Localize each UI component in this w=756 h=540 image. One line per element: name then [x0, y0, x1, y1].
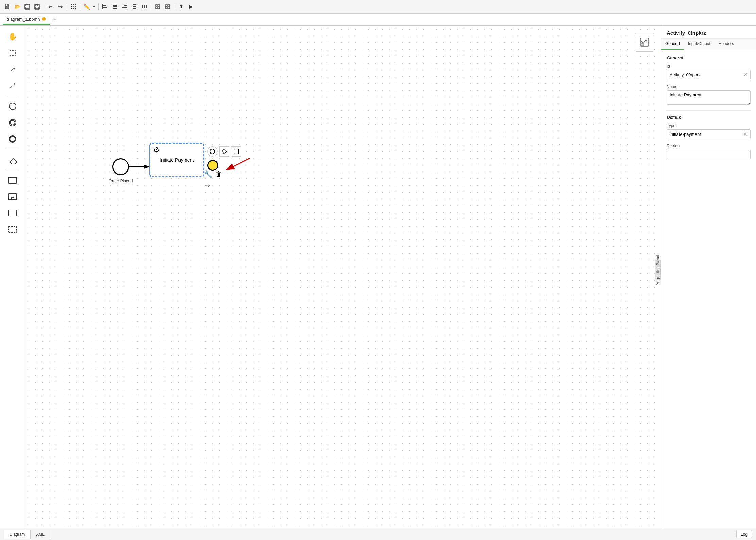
svg-rect-51 — [641, 43, 644, 46]
svg-rect-34 — [168, 7, 170, 9]
retries-input[interactable] — [670, 152, 748, 157]
log-btn[interactable]: Log — [736, 530, 752, 538]
gateway-btn[interactable] — [5, 152, 20, 167]
task-service-icon: ⚙ — [153, 146, 160, 155]
new-doc-btn[interactable] — [3, 2, 12, 12]
props-title: Activity_0fnpkrz — [661, 26, 756, 39]
diagram-tab[interactable]: diagram_1.bpmn — [3, 15, 50, 25]
diagram-bottom-tab[interactable]: Diagram — [4, 530, 31, 539]
redo-btn[interactable]: ↪ — [55, 2, 65, 12]
retries-label: Retries — [667, 144, 751, 148]
ctx-yellow-circle-btn[interactable] — [207, 160, 218, 171]
ctx-rect-btn[interactable] — [231, 146, 241, 157]
left-sep1 — [6, 96, 19, 96]
group-btn[interactable] — [153, 2, 162, 12]
svg-rect-16 — [115, 4, 115, 10]
svg-rect-19 — [127, 4, 127, 9]
action-tools: ⬆ ▶ — [176, 2, 195, 12]
svg-rect-22 — [133, 8, 136, 9]
circle-event-double-btn[interactable] — [5, 115, 20, 130]
svg-rect-25 — [144, 5, 145, 8]
tabbar: diagram_1.bpmn + — [0, 14, 756, 26]
minimap-btn[interactable] — [635, 33, 654, 52]
props-sep1 — [667, 110, 751, 111]
svg-rect-26 — [146, 5, 147, 8]
canvas-background — [25, 26, 661, 528]
type-input[interactable] — [670, 132, 743, 137]
svg-rect-0 — [5, 4, 9, 9]
sub-process-btn[interactable] — [5, 189, 20, 204]
id-clear-btn[interactable]: ✕ — [743, 72, 748, 77]
ctx-diamond-btn[interactable] — [219, 146, 229, 157]
start-event[interactable] — [112, 158, 129, 175]
svg-rect-46 — [11, 198, 14, 199]
undo-btn[interactable]: ↩ — [46, 2, 55, 12]
ctx-wrench-btn[interactable]: 🔧 — [204, 170, 212, 178]
svg-rect-8 — [35, 7, 39, 9]
props-tab-general[interactable]: General — [661, 39, 684, 50]
start-event-label: Order Placed — [105, 179, 136, 183]
props-tab-headers[interactable]: Headers — [715, 39, 738, 50]
circle-event-bold-btn[interactable] — [5, 131, 20, 146]
task-btn[interactable] — [5, 173, 20, 188]
align-right-btn[interactable] — [120, 2, 130, 12]
svg-rect-20 — [133, 4, 136, 5]
ctx-trash-btn[interactable]: 🗑 — [215, 170, 222, 178]
svg-rect-33 — [166, 7, 167, 9]
task-initiate-payment[interactable]: ⚙ Initiate Payment — [150, 143, 204, 177]
align-center-h-btn[interactable] — [110, 2, 120, 12]
add-tab-btn[interactable]: + — [50, 15, 59, 24]
pool-btn[interactable] — [5, 222, 20, 237]
tab-dirty-indicator — [42, 17, 46, 21]
connect-tool-btn[interactable] — [5, 78, 20, 93]
svg-rect-27 — [156, 5, 157, 6]
save-btn[interactable] — [22, 2, 32, 12]
svg-rect-31 — [166, 5, 167, 6]
xml-bottom-tab[interactable]: XML — [31, 530, 50, 539]
ungroup-btn[interactable] — [163, 2, 172, 12]
left-sep3 — [6, 170, 19, 170]
svg-rect-17 — [124, 5, 127, 6]
svg-point-39 — [9, 103, 16, 110]
align-left-btn[interactable] — [100, 2, 110, 12]
insert-image-btn[interactable]: 🖼 — [69, 2, 78, 12]
type-clear-btn[interactable]: ✕ — [743, 131, 748, 137]
props-toggle-label: Properties Panel — [656, 255, 660, 285]
props-tabs: General Input/Output Headers — [661, 39, 756, 50]
hand-tool-btn[interactable]: ✋ — [5, 29, 20, 44]
task-label: Initiate Payment — [156, 157, 197, 163]
export-btn[interactable]: ⬆ — [176, 2, 186, 12]
props-tab-input-output[interactable]: Input/Output — [684, 39, 715, 50]
ctx-top-row — [207, 146, 241, 157]
select-tool-btn[interactable] — [5, 46, 20, 60]
draw-tools: ✏️ ▼ — [82, 2, 97, 12]
name-input[interactable]: Initiate Payment — [667, 90, 751, 105]
general-section-title: General — [667, 55, 751, 60]
details-section-title: Details — [667, 115, 751, 120]
svg-rect-12 — [102, 4, 103, 9]
circle-event-btn[interactable] — [5, 99, 20, 114]
history-tools: ↩ ↪ — [46, 2, 65, 12]
run-btn[interactable]: ▶ — [186, 2, 195, 12]
svg-rect-23 — [132, 7, 137, 7]
lane-btn[interactable] — [5, 205, 20, 220]
move-tool-btn[interactable]: ⤢ — [5, 62, 20, 77]
group-tools — [153, 2, 172, 12]
props-panel-toggle[interactable]: Properties Panel — [655, 260, 661, 280]
save-as-btn[interactable]: + — [32, 2, 42, 12]
svg-rect-10 — [103, 5, 106, 6]
draw-dropdown-btn[interactable]: ▼ — [92, 2, 97, 12]
type-label: Type — [667, 123, 751, 128]
svg-rect-18 — [122, 7, 127, 8]
props-panel: Activity_0fnpkrz General Input/Output He… — [661, 26, 756, 528]
distribute-v-btn[interactable] — [130, 2, 139, 12]
ctx-circle-btn[interactable] — [207, 146, 218, 157]
open-btn[interactable]: 📂 — [13, 2, 22, 12]
id-input[interactable] — [670, 72, 743, 77]
svg-rect-7 — [36, 4, 38, 6]
svg-text:+: + — [39, 7, 40, 10]
name-label: Name — [667, 84, 751, 89]
draw-tool-btn[interactable]: ✏️ — [82, 2, 91, 12]
distribute-h-btn[interactable] — [140, 2, 149, 12]
insert-tools: 🖼 — [69, 2, 78, 12]
